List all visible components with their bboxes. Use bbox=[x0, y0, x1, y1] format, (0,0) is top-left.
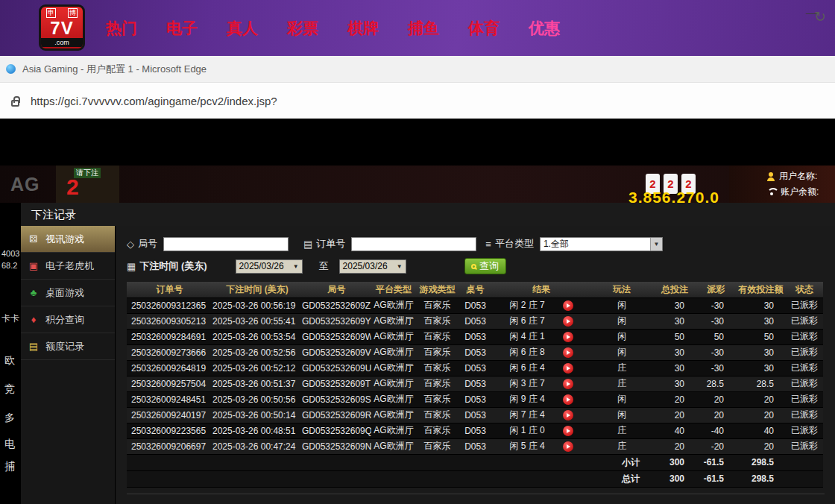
play-icon[interactable] bbox=[563, 363, 573, 374]
table-row: 2503260092736662025-03-26 00:52:56GD0532… bbox=[127, 344, 823, 360]
result-text: 闲 7 庄 4 bbox=[509, 409, 544, 421]
bet-records-table: 订单号 下注时间 (美东) 局号 平台类型 游戏类型 桌号 结果 玩法 总投注 … bbox=[127, 282, 823, 488]
sidebar-item-quota-records[interactable]: ▤ 额度记录 bbox=[21, 333, 115, 360]
header-game: 游戏类型 bbox=[416, 282, 459, 297]
cell-platform: AG欧洲厅 bbox=[371, 329, 416, 344]
nav-item-hot[interactable]: 热门 bbox=[106, 18, 137, 39]
site-logo[interactable]: 申 博 7V .com bbox=[39, 4, 85, 51]
cell-status: 已派彩 bbox=[786, 438, 823, 454]
cell-bet: 30 bbox=[653, 344, 696, 360]
cell-time: 2025-03-26 00:55:41 bbox=[212, 313, 302, 329]
cell-status: 已派彩 bbox=[786, 329, 823, 344]
panel-sidebar: ⚄ 视讯游戏 ▣ 电子老虎机 ♣ 桌面游戏 ♦ 积分查询 ▤ 额度记录 bbox=[21, 226, 116, 504]
table-row: 2503260092235652025-03-26 00:48:51GD0532… bbox=[127, 423, 823, 438]
subtotal-payout: -61.5 bbox=[696, 454, 736, 470]
cell-game: 百家乐 bbox=[416, 423, 459, 438]
thumbnail-number: 2 bbox=[66, 174, 79, 200]
main-nav: 热门 电子 真人 彩票 棋牌 捕鱼 体育 优惠 bbox=[106, 0, 560, 56]
header-round: 局号 bbox=[302, 282, 371, 297]
nav-item-lottery[interactable]: 彩票 bbox=[287, 18, 318, 39]
round-number-input[interactable] bbox=[163, 237, 289, 251]
cell-valid: 30 bbox=[736, 313, 786, 329]
cell-table: D053 bbox=[459, 423, 492, 438]
bet-table-body: 2503260093123652025-03-26 00:56:19GD0532… bbox=[127, 297, 823, 454]
cell-round: GD0532532609U bbox=[302, 360, 371, 376]
edge-fragment: 捕 bbox=[4, 460, 15, 473]
header-platform: 平台类型 bbox=[371, 282, 416, 297]
cell-method: 闲 bbox=[590, 407, 653, 423]
cell-method: 闲 bbox=[590, 391, 653, 407]
play-icon[interactable] bbox=[563, 332, 573, 342]
sidebar-item-label: 电子老虎机 bbox=[45, 259, 94, 273]
cell-status: 已派彩 bbox=[786, 344, 823, 360]
query-button-label: 查询 bbox=[479, 259, 499, 273]
result-text: 闲 6 庄 4 bbox=[509, 362, 544, 374]
sidebar-item-video-games[interactable]: ⚄ 视讯游戏 bbox=[21, 226, 115, 253]
cell-payout: 50 bbox=[696, 329, 736, 344]
cell-time: 2025-03-26 00:48:51 bbox=[212, 423, 302, 438]
logo-top: 申 博 bbox=[46, 8, 78, 18]
date-to-picker[interactable]: 2025/03/26 ▼ bbox=[339, 259, 406, 274]
nav-item-board[interactable]: 棋牌 bbox=[347, 18, 379, 39]
date-from-value: 2025/03/26 bbox=[239, 261, 284, 271]
play-icon[interactable] bbox=[563, 300, 573, 311]
sidebar-item-slots[interactable]: ▣ 电子老虎机 bbox=[21, 253, 115, 280]
cell-order: 250326009257504 bbox=[127, 376, 212, 391]
sidebar-item-points-query[interactable]: ♦ 积分查询 bbox=[21, 306, 115, 333]
cell-table: D053 bbox=[459, 360, 492, 376]
refresh-icon[interactable]: ↻ bbox=[814, 8, 826, 25]
order-number-label: 订单号 bbox=[316, 237, 345, 251]
cell-method: 闲 bbox=[590, 344, 653, 360]
cell-valid: 30 bbox=[736, 344, 786, 360]
user-icon bbox=[766, 172, 775, 181]
diamond-icon: ♦ bbox=[28, 314, 40, 325]
order-number-input[interactable] bbox=[351, 237, 476, 251]
user-name-label: 用户名称: bbox=[779, 170, 817, 183]
header-valid: 有效投注额 bbox=[736, 282, 786, 297]
sidebar-item-table-games[interactable]: ♣ 桌面游戏 bbox=[21, 280, 115, 306]
panel-title: 下注记录 bbox=[21, 203, 835, 226]
play-icon[interactable] bbox=[563, 441, 573, 452]
cell-payout: 28.5 bbox=[696, 376, 736, 391]
nav-item-sports[interactable]: 体育 bbox=[468, 18, 500, 39]
play-icon[interactable] bbox=[563, 379, 573, 389]
cell-bet: 30 bbox=[653, 297, 696, 313]
cell-round: GD0532532609R bbox=[302, 407, 371, 423]
url-text[interactable]: https://gci.7vvvvvv.com/agingame/pcv2/in… bbox=[31, 95, 277, 107]
cell-round: GD0532532609T bbox=[302, 376, 371, 391]
cell-order: 250326009248451 bbox=[127, 391, 212, 407]
play-icon[interactable] bbox=[563, 410, 573, 420]
play-icon[interactable] bbox=[563, 347, 573, 358]
cell-round: GD0532532609Q bbox=[302, 423, 371, 438]
nav-item-fishing[interactable]: 捕鱼 bbox=[408, 18, 439, 39]
cell-order: 250326009305213 bbox=[127, 313, 212, 329]
result-text: 闲 6 庄 7 bbox=[509, 315, 544, 327]
header-payout: 派彩 bbox=[696, 282, 736, 297]
cell-platform: AG欧洲厅 bbox=[371, 438, 416, 454]
cell-result: 闲 6 庄 7 bbox=[492, 313, 590, 329]
cell-valid: 40 bbox=[736, 423, 786, 438]
cell-payout: -40 bbox=[696, 423, 736, 438]
cell-status: 已派彩 bbox=[786, 360, 823, 376]
game-thumbnail[interactable]: 请下注 2 bbox=[56, 166, 119, 203]
cell-valid: 20 bbox=[736, 438, 786, 454]
query-button[interactable]: 查询 bbox=[464, 258, 506, 274]
play-icon[interactable] bbox=[563, 426, 573, 436]
date-from-picker[interactable]: 2025/03/26 ▼ bbox=[236, 259, 303, 274]
platform-type-select[interactable]: 1.全部 ▼ bbox=[540, 237, 663, 251]
cell-round: GD0532532609Y bbox=[302, 313, 371, 329]
play-icon[interactable] bbox=[563, 316, 573, 327]
result-text: 闲 3 庄 7 bbox=[509, 377, 544, 390]
cell-order: 250326009264819 bbox=[127, 360, 212, 376]
cell-payout: -30 bbox=[696, 360, 736, 376]
nav-item-electronic[interactable]: 电子 bbox=[166, 18, 198, 39]
nav-item-live[interactable]: 真人 bbox=[227, 18, 258, 39]
result-text: 闲 4 庄 1 bbox=[509, 330, 544, 343]
account-balance-label: 账户余额: bbox=[781, 186, 819, 198]
play-icon[interactable] bbox=[563, 394, 573, 405]
cell-time: 2025-03-26 00:52:12 bbox=[212, 360, 302, 376]
header-time: 下注时间 (美东) bbox=[212, 282, 302, 297]
cell-bet: 40 bbox=[653, 423, 696, 438]
edge-fragment: 卡卡 bbox=[1, 312, 19, 325]
nav-item-promo[interactable]: 优惠 bbox=[529, 18, 560, 39]
